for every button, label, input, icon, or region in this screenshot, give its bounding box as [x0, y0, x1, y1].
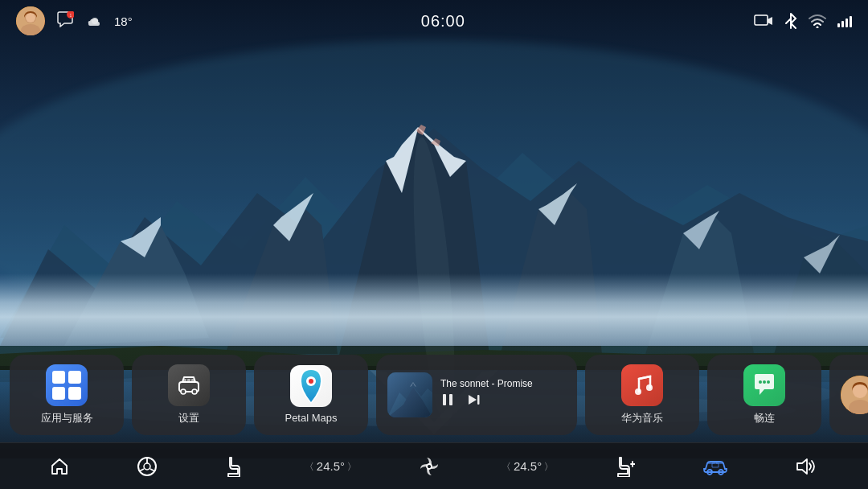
status-left: 1 18°: [16, 6, 133, 35]
clock: 06:00: [421, 12, 465, 31]
steering-nav-button[interactable]: [137, 456, 158, 477]
welcome-card: 小伟，早上好 座舱已经为你准备完毕: [829, 355, 868, 435]
temp-right-value: 24.5°: [514, 459, 542, 473]
temperature-text: 18°: [114, 14, 133, 28]
svg-line-52: [639, 376, 650, 379]
svg-rect-39: [187, 379, 190, 383]
message-icon: 1: [56, 11, 74, 31]
signal-bars: [837, 14, 852, 27]
home-nav-button[interactable]: [50, 457, 69, 476]
apps-services-button[interactable]: 应用与服务: [10, 355, 124, 435]
svg-rect-44: [387, 372, 432, 417]
welcome-avatar: [841, 376, 868, 414]
svg-point-43: [309, 379, 313, 384]
fan-nav-button[interactable]: [419, 456, 440, 477]
connect-icon: [743, 364, 785, 406]
svg-marker-50: [469, 395, 477, 405]
connect-button[interactable]: 畅连: [707, 355, 821, 435]
music-player-button[interactable]: The sonnet - Promise: [376, 355, 577, 435]
pause-button[interactable]: [440, 392, 455, 411]
seat-left-nav-button[interactable]: [225, 456, 243, 477]
seat-adj-icon: [616, 456, 635, 477]
svg-point-62: [144, 463, 150, 470]
music-thumbnail: [387, 372, 432, 417]
svg-point-37: [181, 389, 186, 394]
svg-point-66: [427, 464, 432, 469]
svg-marker-71: [797, 459, 807, 474]
svg-point-57: [767, 380, 770, 384]
svg-point-53: [635, 388, 641, 395]
volume-nav-button[interactable]: [796, 457, 818, 476]
petal-maps-icon: [290, 365, 332, 407]
svg-point-35: [817, 27, 819, 29]
svg-rect-34: [755, 15, 768, 25]
steering-wheel-icon: [137, 456, 158, 477]
music-info: The sonnet - Promise: [440, 378, 566, 411]
svg-point-55: [759, 380, 762, 384]
apps-grid-icon: [46, 364, 88, 406]
svg-point-38: [192, 389, 197, 394]
status-right: [754, 12, 852, 30]
temp-left-decrease[interactable]: 〈: [310, 461, 313, 471]
dock: 应用与服务 设置: [0, 348, 868, 441]
avatar[interactable]: [16, 6, 45, 35]
status-bar: 1 18° 06:00: [0, 0, 868, 42]
huawei-music-label: 华为音乐: [621, 411, 663, 425]
svg-marker-46: [387, 387, 432, 417]
svg-rect-51: [477, 395, 480, 405]
petal-maps-label: Petal Maps: [285, 412, 337, 424]
huawei-music-button[interactable]: 华为音乐: [585, 355, 699, 435]
svg-rect-40: [182, 379, 186, 383]
car-icon: [702, 458, 728, 475]
next-button[interactable]: [466, 392, 481, 411]
music-title: The sonnet - Promise: [440, 378, 566, 389]
apps-services-label: 应用与服务: [41, 411, 93, 425]
petal-maps-button[interactable]: Petal Maps: [254, 355, 368, 435]
temp-right-decrease[interactable]: 〈: [507, 461, 510, 471]
svg-marker-45: [387, 387, 432, 417]
seat-icon: [225, 456, 243, 477]
svg-marker-47: [410, 382, 416, 387]
svg-point-56: [763, 380, 766, 384]
volume-icon: [796, 457, 818, 476]
temp-left-control[interactable]: 〈 24.5° 〉: [310, 459, 351, 473]
seat-adj-nav-button[interactable]: [616, 456, 635, 477]
svg-point-54: [646, 384, 653, 391]
temp-right-control[interactable]: 〈 24.5° 〉: [507, 459, 548, 473]
settings-icon: [168, 364, 210, 406]
weather-icon: [85, 14, 103, 28]
svg-rect-41: [191, 379, 195, 383]
bottom-nav: 〈 24.5° 〉 〈 24.5° 〉: [0, 442, 868, 489]
svg-rect-48: [443, 394, 446, 405]
settings-label: 设置: [178, 411, 199, 425]
wifi-icon: [809, 14, 826, 28]
bluetooth-icon: [784, 12, 797, 30]
svg-text:1: 1: [70, 13, 72, 18]
screen-record-icon: [754, 14, 773, 28]
hw-music-icon: [621, 364, 663, 406]
car-nav-button[interactable]: [702, 458, 728, 475]
music-controls: [440, 392, 566, 411]
temp-left-value: 24.5°: [317, 459, 345, 473]
connect-label: 畅连: [754, 411, 775, 425]
settings-button[interactable]: 设置: [132, 355, 246, 435]
temp-right-increase[interactable]: 〉: [545, 461, 548, 471]
svg-point-30: [26, 13, 35, 23]
svg-rect-49: [449, 394, 452, 405]
temp-left-increase[interactable]: 〉: [348, 461, 351, 471]
fan-icon: [419, 456, 440, 477]
home-icon: [50, 457, 69, 476]
